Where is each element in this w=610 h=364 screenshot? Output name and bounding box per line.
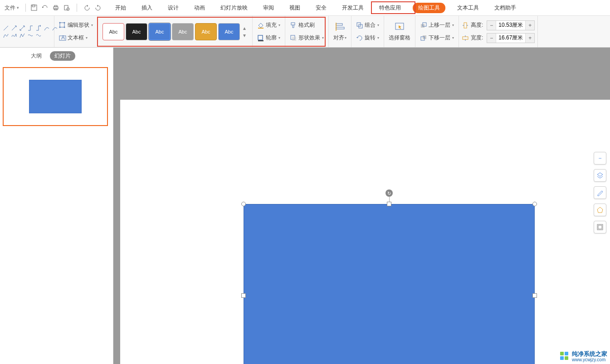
tab-view[interactable]: 视图: [286, 2, 304, 14]
tab-drawing-tools[interactable]: 绘图工具: [413, 3, 445, 13]
selected-shape[interactable]: ↻: [244, 204, 535, 364]
resize-handle-tl[interactable]: [241, 202, 246, 206]
resize-handle-tr[interactable]: [532, 202, 537, 206]
polyline-icon[interactable]: [19, 32, 25, 39]
fill-button[interactable]: 填充 ▾: [255, 20, 282, 30]
group-button[interactable]: 组合 ▾: [354, 20, 381, 30]
undo-icon[interactable]: [83, 4, 91, 11]
tab-security[interactable]: 安全: [312, 2, 330, 14]
align-label: 对齐: [333, 34, 344, 42]
double-arrow-icon[interactable]: [19, 25, 25, 31]
save-icon[interactable]: [30, 4, 38, 11]
wave-icon[interactable]: [35, 32, 42, 39]
slides-tab[interactable]: 幻灯片: [50, 51, 75, 61]
print-preview-icon[interactable]: [63, 4, 70, 11]
bring-forward-button[interactable]: 上移一层 ▾: [418, 20, 456, 30]
tab-review[interactable]: 审阅: [259, 2, 278, 14]
text-box-icon: A: [59, 34, 66, 42]
rectangle-shape[interactable]: [244, 204, 535, 364]
send-backward-label: 下移一层: [429, 34, 450, 42]
outline-label: 轮廓: [266, 34, 277, 42]
rotate-handle[interactable]: ↻: [386, 189, 393, 197]
style-swatch-5[interactable]: Abc: [195, 23, 217, 40]
scribble-icon[interactable]: [11, 32, 17, 39]
tab-design[interactable]: 设计: [164, 2, 182, 14]
arrange-group: 组合 ▾ 旋转 ▾: [351, 16, 384, 47]
height-plus-button[interactable]: +: [525, 21, 534, 30]
resize-handle-ml[interactable]: [241, 293, 246, 298]
tab-doc-helper[interactable]: 文档助手: [491, 2, 520, 14]
frame-button[interactable]: [594, 221, 606, 233]
slide[interactable]: ↻: [120, 100, 610, 364]
slide-thumbnail-1[interactable]: [3, 67, 108, 126]
tab-animation[interactable]: 动画: [190, 2, 209, 14]
collapse-button[interactable]: −: [594, 152, 606, 165]
elbow-arrow-icon[interactable]: [35, 25, 42, 31]
tab-developer[interactable]: 开发工具: [338, 2, 367, 14]
minus-icon: −: [598, 155, 601, 161]
layers-icon: [596, 172, 604, 179]
width-input[interactable]: [496, 35, 525, 41]
style-swatch-1[interactable]: Abc: [102, 23, 124, 40]
line-shape-icon[interactable]: [3, 25, 9, 31]
file-menu[interactable]: 文件 ▾: [1, 4, 23, 12]
watermark-text: 纯净系统之家 www.ycwjzy.com: [572, 351, 607, 362]
style-swatch-2[interactable]: Abc: [126, 23, 147, 40]
outline-tab[interactable]: 大纲: [27, 51, 45, 61]
svg-rect-43: [560, 356, 564, 360]
style-swatch-6[interactable]: Abc: [218, 23, 240, 40]
height-minus-button[interactable]: −: [487, 21, 496, 30]
width-minus-button[interactable]: −: [487, 34, 496, 43]
edit-group: 编辑形状 ▾ A 文本框 ▾: [54, 16, 98, 47]
layers-button[interactable]: [594, 169, 606, 182]
style-swatch-3[interactable]: Abc: [149, 23, 171, 40]
redo-icon[interactable]: [94, 4, 102, 11]
print-icon[interactable]: [52, 4, 59, 11]
undo-redo-icon[interactable]: [41, 4, 49, 11]
text-box-button[interactable]: A 文本框 ▾: [57, 33, 89, 43]
shape-effects-button[interactable]: 形状效果 ▾: [288, 33, 326, 43]
curve2-icon[interactable]: [27, 32, 34, 39]
align-button[interactable]: 对齐▾: [332, 21, 348, 43]
quick-access-toolbar: [29, 4, 103, 12]
order-group: 上移一层 ▾ 下移一层 ▾: [415, 16, 459, 47]
chevron-down-icon: ▾: [91, 23, 93, 27]
lines-shapes-grid[interactable]: [3, 25, 51, 39]
shapes-lines-group: [0, 16, 54, 47]
style-gallery: Abc Abc Abc Abc Abc Abc ▴ ▾: [101, 20, 249, 43]
tab-special[interactable]: 特色应用: [376, 2, 405, 14]
svg-rect-42: [565, 352, 568, 355]
tab-slideshow[interactable]: 幻灯片放映: [217, 2, 251, 14]
tab-insert[interactable]: 插入: [138, 2, 156, 14]
shape-button[interactable]: [594, 204, 606, 216]
format-painter-icon: [290, 22, 297, 29]
text-box-label: 文本框: [68, 34, 84, 42]
selection-pane-button[interactable]: 选择窗格: [387, 21, 412, 43]
elbow-icon[interactable]: [27, 25, 34, 31]
gallery-more-button[interactable]: ▴ ▾: [241, 25, 248, 39]
curve-icon[interactable]: [44, 25, 50, 31]
edit-shape-button[interactable]: 编辑形状 ▾: [57, 20, 95, 30]
freeform-icon[interactable]: [3, 32, 9, 39]
canvas-area[interactable]: ↻ −: [113, 48, 610, 364]
width-plus-button[interactable]: +: [525, 34, 534, 43]
svg-rect-36: [463, 37, 468, 39]
resize-handle-tm[interactable]: [387, 202, 391, 206]
send-backward-button[interactable]: 下移一层 ▾: [418, 33, 456, 43]
fill-icon: [257, 22, 264, 29]
tab-home[interactable]: 开始: [112, 2, 130, 14]
svg-rect-20: [291, 23, 295, 25]
rotate-button[interactable]: 旋转 ▾: [354, 33, 381, 43]
chevron-down-icon: ▾: [452, 36, 454, 40]
chevron-down-icon: ▾: [377, 23, 379, 27]
outline-button[interactable]: 轮廓 ▾: [255, 33, 282, 43]
resize-handle-mr[interactable]: [532, 293, 537, 298]
svg-rect-40: [598, 225, 602, 229]
height-input[interactable]: [496, 22, 525, 29]
tab-text-tools[interactable]: 文本工具: [454, 2, 483, 14]
style-swatch-4[interactable]: Abc: [172, 23, 194, 40]
arrow-shape-icon[interactable]: [11, 25, 17, 31]
edit-shape-icon: [59, 22, 66, 29]
pen-button[interactable]: [594, 186, 606, 199]
format-painter-button[interactable]: 格式刷: [288, 20, 317, 30]
